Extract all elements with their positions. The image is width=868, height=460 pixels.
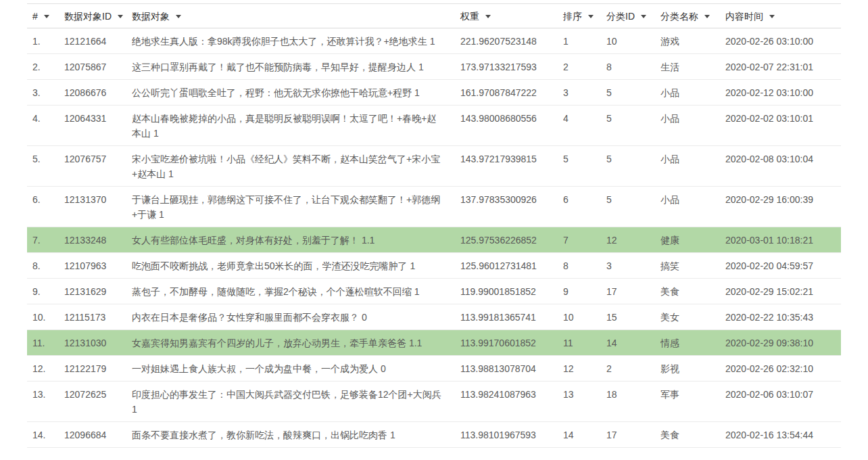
weight-cell: 113.99181365741	[460, 304, 563, 330]
table-header-row: # 数据对象ID 数据对象 权重 排序 分类ID 分类名称	[27, 4, 841, 28]
table-row[interactable]: 3. 12086676 公公听完丫蛋唱歌全吐了，程野：他无欲无求你撩他干哈玩意+…	[27, 80, 841, 106]
sort-caret-icon	[704, 15, 710, 18]
row-index-cell: 7.	[27, 227, 64, 253]
rank-cell: 12	[563, 356, 606, 382]
category-id-cell: 17	[606, 279, 660, 304]
object-id-cell: 12072625	[64, 382, 132, 422]
category-name-cell: 军事	[660, 382, 725, 422]
content-time-cell: 2020-02-29 09:38:10	[725, 330, 841, 356]
row-index-cell: 8.	[27, 253, 64, 279]
category-id-cell: 3	[606, 253, 660, 279]
category-name-cell: 美食	[660, 422, 725, 448]
object-id-cell: 12131370	[64, 187, 132, 227]
weight-cell: 125.97536226852	[460, 227, 563, 253]
category-name-cell: 美女	[660, 304, 725, 330]
sort-caret-icon	[176, 15, 181, 18]
category-name-cell: 影视	[660, 356, 725, 382]
sort-caret-icon	[485, 15, 491, 18]
object-id-cell: 12075867	[64, 54, 132, 80]
category-id-cell: 5	[606, 187, 660, 227]
weight-cell: 119.99001851852	[460, 279, 563, 304]
data-table-container: # 数据对象ID 数据对象 权重 排序 分类ID 分类名称	[27, 3, 841, 448]
rank-cell: 7	[563, 227, 606, 253]
rank-cell: 9	[563, 279, 606, 304]
column-header-object[interactable]: 数据对象	[132, 4, 460, 28]
content-time-cell: 2020-02-29 16:00:39	[725, 187, 841, 227]
object-id-cell: 12122179	[64, 356, 132, 382]
weight-cell: 143.98008680556	[460, 106, 563, 146]
object-id-cell: 12076757	[64, 146, 132, 187]
row-index-cell: 4.	[27, 106, 64, 146]
category-name-cell: 小品	[660, 106, 725, 146]
table-row[interactable]: 1. 12121664 绝地求生真人版：拿98k蹲我你胆子也太大了，还敢算计我？…	[27, 28, 841, 54]
category-name-cell: 健康	[660, 227, 725, 253]
row-index-cell: 12.	[27, 356, 64, 382]
object-id-cell: 12121664	[64, 28, 132, 54]
table-row[interactable]: 6. 12131370 于谦台上砸现挂，郭德纲这下可接不住了，让台下观众都笑翻了…	[27, 187, 841, 227]
rank-cell: 1	[563, 28, 606, 54]
table-row[interactable]: 10. 12115173 内衣在日本是奢侈品？女性穿和服里面都不会穿衣服？ 0 …	[27, 304, 841, 330]
table-row[interactable]: 11. 12131030 女嘉宾得知男嘉宾有个四岁的儿子，放弃心动男生，牵手单亲…	[27, 330, 841, 356]
table-row[interactable]: 12. 12122179 一对姐妹遇上食人族大叔，一个成为盘中餐，一个成为爱人 …	[27, 356, 841, 382]
object-title-cell: 赵本山春晚被毙掉的小品，真是聪明反被聪明误啊！太逗了吧！+春晚+赵本山 1	[132, 106, 460, 146]
row-index-cell: 13.	[27, 382, 64, 422]
object-id-cell: 12133248	[64, 227, 132, 253]
column-header-weight[interactable]: 权重	[460, 4, 563, 28]
column-header-index[interactable]: #	[27, 4, 64, 28]
category-name-cell: 生活	[660, 54, 725, 80]
rank-cell: 11	[563, 330, 606, 356]
table-row[interactable]: 7. 12133248 女人有些部位体毛旺盛，对身体有好处，别羞于了解！ 1.1…	[27, 227, 841, 253]
table-row[interactable]: 13. 12072625 印度担心的事发生了：中国大阅兵武器交付巴铁，足够装备1…	[27, 382, 841, 422]
object-title-cell: 这三种口罩别再戴了！戴了也不能预防病毒，早知早好，提醒身边人 1	[132, 54, 460, 80]
category-name-cell: 搞笑	[660, 253, 725, 279]
table-row[interactable]: 5. 12076757 宋小宝吃差价被坑啦！小品《经纪人》笑料不断，赵本山笑岔气…	[27, 146, 841, 187]
object-title-cell: 吃泡面不咬断挑战，老师竟拿出50米长的面，学渣还没吃完嘴肿了 1	[132, 253, 460, 279]
rank-cell: 10	[563, 304, 606, 330]
sort-caret-icon	[641, 15, 646, 18]
table-row[interactable]: 4. 12064331 赵本山春晚被毙掉的小品，真是聪明反被聪明误啊！太逗了吧！…	[27, 106, 841, 146]
column-header-object-id[interactable]: 数据对象ID	[64, 4, 132, 28]
table-row[interactable]: 9. 12131629 蒸包子，不加酵母，随做随吃，掌握2个秘诀，个个蓬松暄软不…	[27, 279, 841, 304]
category-name-cell: 小品	[660, 187, 725, 227]
table-row[interactable]: 14. 12096684 面条不要直接水煮了，教你新吃法，酸辣爽口，出锅比吃肉香…	[27, 422, 841, 448]
table-row[interactable]: 8. 12107963 吃泡面不咬断挑战，老师竟拿出50米长的面，学渣还没吃完嘴…	[27, 253, 841, 279]
column-header-category-id[interactable]: 分类ID	[606, 4, 660, 28]
column-header-content-time[interactable]: 内容时间	[725, 4, 841, 28]
column-header-rank[interactable]: 排序	[563, 4, 606, 28]
object-title-cell: 于谦台上砸现挂，郭德纲这下可接不住了，让台下观众都笑翻了！+郭德纲+于谦 1	[132, 187, 460, 227]
row-index-cell: 14.	[27, 422, 64, 448]
data-table: # 数据对象ID 数据对象 权重 排序 分类ID 分类名称	[27, 3, 841, 448]
category-name-cell: 小品	[660, 146, 725, 187]
object-id-cell: 12096684	[64, 422, 132, 448]
category-name-cell: 美食	[660, 279, 725, 304]
object-title-cell: 宋小宝吃差价被坑啦！小品《经纪人》笑料不断，赵本山笑岔气了+宋小宝+赵本山 1	[132, 146, 460, 187]
table-header: # 数据对象ID 数据对象 权重 排序 分类ID 分类名称	[27, 4, 841, 28]
category-id-cell: 15	[606, 304, 660, 330]
content-time-cell: 2020-02-20 04:59:57	[725, 253, 841, 279]
object-id-cell: 12107963	[64, 253, 132, 279]
rank-cell: 4	[563, 106, 606, 146]
table-row[interactable]: 2. 12075867 这三种口罩别再戴了！戴了也不能预防病毒，早知早好，提醒身…	[27, 54, 841, 80]
column-header-object-id-label: 数据对象ID	[64, 11, 112, 22]
row-index-cell: 2.	[27, 54, 64, 80]
row-index-cell: 3.	[27, 80, 64, 106]
object-id-cell: 12131629	[64, 279, 132, 304]
object-title-cell: 面条不要直接水煮了，教你新吃法，酸辣爽口，出锅比吃肉香 1	[132, 422, 460, 448]
column-header-category-name[interactable]: 分类名称	[660, 4, 725, 28]
object-id-cell: 12086676	[64, 80, 132, 106]
rank-cell: 5	[563, 146, 606, 187]
category-id-cell: 5	[606, 146, 660, 187]
category-name-cell: 情感	[660, 330, 725, 356]
sort-caret-icon	[118, 15, 123, 18]
object-title-cell: 印度担心的事发生了：中国大阅兵武器交付巴铁，足够装备12个团+大阅兵 1	[132, 382, 460, 422]
column-header-index-label: #	[32, 11, 38, 22]
object-title-cell: 内衣在日本是奢侈品？女性穿和服里面都不会穿衣服？ 0	[132, 304, 460, 330]
category-id-cell: 12	[606, 227, 660, 253]
weight-cell: 113.98241087963	[460, 382, 563, 422]
object-title-cell: 公公听完丫蛋唱歌全吐了，程野：他无欲无求你撩他干哈玩意+程野 1	[132, 80, 460, 106]
content-time-cell: 2020-02-26 02:32:10	[725, 356, 841, 382]
rank-cell: 3	[563, 80, 606, 106]
column-header-category-name-label: 分类名称	[660, 11, 698, 22]
row-index-cell: 11.	[27, 330, 64, 356]
object-title-cell: 一对姐妹遇上食人族大叔，一个成为盘中餐，一个成为爱人 0	[132, 356, 460, 382]
